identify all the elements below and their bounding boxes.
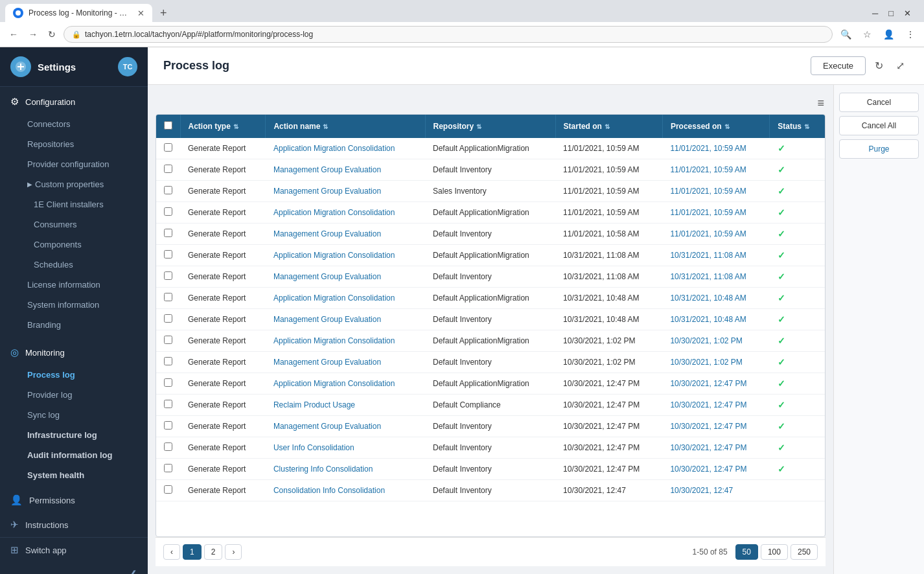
select-all-header[interactable] bbox=[156, 115, 180, 138]
cell-action-name[interactable]: Application Migration Consolidation bbox=[266, 330, 425, 352]
back-button[interactable]: ← bbox=[6, 27, 21, 42]
row-checkbox-4[interactable] bbox=[164, 229, 172, 237]
browser-tab[interactable]: Process log - Monitoring - Settin... ✕ bbox=[5, 4, 152, 22]
row-checkbox-3[interactable] bbox=[164, 207, 172, 216]
row-checkbox-12[interactable] bbox=[164, 400, 172, 408]
sidebar-item-license-information[interactable]: License information bbox=[0, 275, 148, 295]
row-checkbox-15[interactable] bbox=[164, 464, 172, 472]
prev-page-button[interactable]: ‹ bbox=[163, 544, 180, 560]
reload-button[interactable]: ↻ bbox=[45, 27, 58, 42]
cell-action-name[interactable]: Management Group Evaluation bbox=[266, 309, 425, 330]
sidebar-item-branding[interactable]: Branding bbox=[0, 315, 148, 335]
cell-action-name[interactable]: Reclaim Product Usage bbox=[266, 395, 425, 416]
next-page-button[interactable]: › bbox=[225, 544, 242, 560]
per-page-50[interactable]: 50 bbox=[735, 544, 758, 560]
col-processed-on[interactable]: Processed on ⇅ bbox=[662, 115, 769, 138]
cell-action-name[interactable]: Management Group Evaluation bbox=[266, 352, 425, 373]
cell-action-name[interactable]: User Info Consolidation bbox=[266, 437, 425, 459]
cell-action-name[interactable]: Management Group Evaluation bbox=[266, 224, 425, 245]
sidebar-item-custom-properties[interactable]: ▶ Custom properties bbox=[0, 174, 148, 194]
row-checkbox-6[interactable] bbox=[164, 271, 172, 280]
sidebar-item-connectors[interactable]: Connectors bbox=[0, 114, 148, 134]
menu-icon[interactable]: ⋮ bbox=[903, 27, 918, 42]
search-icon[interactable]: 🔍 bbox=[838, 27, 854, 42]
sidebar-item-1e-client-installers[interactable]: 1E Client installers bbox=[0, 194, 148, 214]
new-tab-button[interactable]: + bbox=[155, 5, 172, 21]
cell-action-name[interactable]: Consolidation Info Consolidation bbox=[266, 480, 425, 501]
page-2-button[interactable]: 2 bbox=[204, 544, 223, 560]
col-repository[interactable]: Repository ⇅ bbox=[425, 115, 555, 138]
col-action-name[interactable]: Action name ⇅ bbox=[266, 115, 425, 138]
sidebar-item-audit-information-log[interactable]: Audit information log bbox=[0, 445, 148, 465]
forward-button[interactable]: → bbox=[26, 27, 40, 42]
sidebar-item-permissions[interactable]: 👤 Permissions bbox=[0, 488, 148, 512]
row-checkbox-11[interactable] bbox=[164, 378, 172, 387]
row-checkbox-1[interactable] bbox=[164, 165, 172, 173]
row-checkbox-0[interactable] bbox=[164, 143, 172, 152]
purge-button[interactable]: Purge bbox=[839, 139, 919, 159]
cell-action-name[interactable]: Application Migration Consolidation bbox=[266, 245, 425, 266]
minimize-icon[interactable]: ─ bbox=[872, 8, 878, 18]
cell-action-name[interactable]: Application Migration Consolidation bbox=[266, 202, 425, 224]
profile-icon[interactable]: 👤 bbox=[881, 27, 897, 42]
cell-action-name[interactable]: Management Group Evaluation bbox=[266, 266, 425, 288]
sidebar-collapse-button[interactable]: ❮ bbox=[0, 562, 148, 574]
sort-processed-on-icon[interactable]: ⇅ bbox=[724, 123, 730, 130]
sort-repository-icon[interactable]: ⇅ bbox=[476, 123, 481, 130]
user-avatar[interactable]: TC bbox=[118, 57, 137, 76]
sidebar-item-infrastructure-log[interactable]: Infrastructure log bbox=[0, 425, 148, 445]
sidebar-item-consumers[interactable]: Consumers bbox=[0, 214, 148, 235]
sidebar-item-provider-log[interactable]: Provider log bbox=[0, 385, 148, 405]
row-checkbox-5[interactable] bbox=[164, 250, 172, 258]
sidebar-item-components[interactable]: Components bbox=[0, 235, 148, 255]
page-1-button[interactable]: 1 bbox=[183, 544, 202, 560]
sidebar-item-repositories[interactable]: Repositories bbox=[0, 134, 148, 154]
row-checkbox-2[interactable] bbox=[164, 186, 172, 194]
sort-status-icon[interactable]: ⇅ bbox=[804, 123, 809, 130]
sidebar-item-switch-app[interactable]: ⊞ Switch app bbox=[0, 538, 148, 562]
per-page-250[interactable]: 250 bbox=[791, 544, 818, 560]
refresh-button[interactable]: ↻ bbox=[871, 57, 887, 75]
cancel-button[interactable]: Cancel bbox=[839, 93, 919, 112]
cancel-all-button[interactable]: Cancel All bbox=[839, 116, 919, 135]
row-checkbox-13[interactable] bbox=[164, 421, 172, 430]
sidebar-item-process-log[interactable]: Process log bbox=[0, 365, 148, 385]
maximize-icon[interactable]: □ bbox=[888, 8, 894, 18]
bookmark-icon[interactable]: ☆ bbox=[860, 27, 874, 42]
execute-button[interactable]: Execute bbox=[811, 56, 866, 75]
cell-action-name[interactable]: Application Migration Consolidation bbox=[266, 288, 425, 309]
cell-action-name[interactable]: Management Group Evaluation bbox=[266, 181, 425, 202]
close-tab-icon[interactable]: ✕ bbox=[137, 8, 144, 18]
row-checkbox-7[interactable] bbox=[164, 293, 172, 301]
sort-action-name-icon[interactable]: ⇅ bbox=[323, 123, 328, 130]
cell-action-name[interactable]: Clustering Info Consolidation bbox=[266, 459, 425, 480]
row-checkbox-8[interactable] bbox=[164, 314, 172, 323]
address-bar[interactable]: 🔒 tachyon.1etrn.local/tachyon/App/#/plat… bbox=[64, 26, 833, 43]
sidebar-item-schedules[interactable]: Schedules bbox=[0, 255, 148, 275]
row-checkbox-10[interactable] bbox=[164, 357, 172, 365]
sidebar-item-configuration[interactable]: ⚙ Configuration bbox=[0, 89, 148, 114]
cell-action-name[interactable]: Management Group Evaluation bbox=[266, 159, 425, 181]
sidebar-item-system-information[interactable]: System information bbox=[0, 295, 148, 315]
sidebar-item-monitoring[interactable]: ◎ Monitoring bbox=[0, 340, 148, 365]
sidebar-item-sync-log[interactable]: Sync log bbox=[0, 405, 148, 425]
col-action-type[interactable]: Action type ⇅ bbox=[180, 115, 266, 138]
row-checkbox-9[interactable] bbox=[164, 336, 172, 344]
cell-action-name[interactable]: Application Migration Consolidation bbox=[266, 138, 425, 159]
expand-button[interactable]: ⤢ bbox=[892, 57, 908, 75]
sidebar-item-provider-configuration[interactable]: Provider configuration bbox=[0, 154, 148, 174]
sort-action-type-icon[interactable]: ⇅ bbox=[233, 123, 238, 130]
cell-action-name[interactable]: Management Group Evaluation bbox=[266, 416, 425, 437]
sidebar-item-system-health[interactable]: System health bbox=[0, 465, 148, 485]
sidebar-item-instructions[interactable]: ✈ Instructions bbox=[0, 512, 148, 537]
row-checkbox-14[interactable] bbox=[164, 442, 172, 451]
close-icon[interactable]: ✕ bbox=[904, 8, 911, 18]
select-all-checkbox[interactable] bbox=[164, 121, 172, 130]
col-started-on[interactable]: Started on ⇅ bbox=[555, 115, 662, 138]
col-status[interactable]: Status ⇅ bbox=[770, 115, 825, 138]
cell-action-name[interactable]: Application Migration Consolidation bbox=[266, 373, 425, 395]
per-page-100[interactable]: 100 bbox=[761, 544, 788, 560]
table-menu-button[interactable]: ≡ bbox=[817, 97, 824, 110]
sort-started-on-icon[interactable]: ⇅ bbox=[605, 123, 610, 130]
row-checkbox-16[interactable] bbox=[164, 485, 172, 494]
